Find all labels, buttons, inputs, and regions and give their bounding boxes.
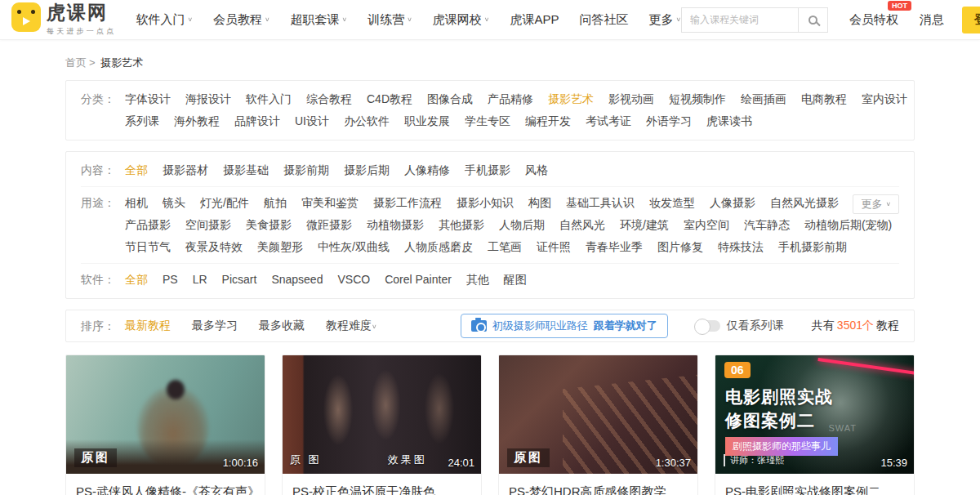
- nav-item[interactable]: 软件入门∨: [136, 12, 193, 28]
- usage-item[interactable]: 基础工具认识: [566, 192, 635, 214]
- course-card[interactable]: 原图 1:30:37 PS-梦幻HDR高质感修图教学: [498, 355, 698, 495]
- category-item[interactable]: 编程开发: [525, 110, 571, 132]
- usage-item[interactable]: 工笔画: [488, 236, 522, 258]
- sort-option[interactable]: 最多收藏 ∨: [259, 319, 305, 333]
- career-path-banner-button[interactable]: 初级摄影师职业路径 跟着学就对了: [461, 314, 668, 338]
- usage-item[interactable]: 摄影工作流程: [373, 192, 442, 214]
- usage-item[interactable]: 其他摄影: [439, 214, 484, 236]
- usage-item[interactable]: 美食摄影: [246, 214, 292, 236]
- software-item[interactable]: VSCO: [337, 269, 370, 291]
- login-register-button[interactable]: 登录 | 注册: [962, 7, 980, 33]
- content-item[interactable]: 手机摄影: [465, 159, 510, 181]
- category-item[interactable]: 图像合成: [427, 88, 473, 110]
- software-item[interactable]: LR: [193, 269, 207, 291]
- category-item[interactable]: 学生专区: [465, 110, 510, 132]
- category-item[interactable]: 职业发展: [404, 110, 450, 132]
- usage-item[interactable]: 动植物后期(宠物): [804, 214, 892, 236]
- course-card[interactable]: 原图 1:00:16 PS-武侠风人像精修-《苍玄有声》: [65, 355, 265, 495]
- software-item[interactable]: Snapseed: [271, 269, 323, 291]
- course-thumbnail[interactable]: 原图 1:00:16: [66, 355, 265, 474]
- nav-item[interactable]: 超职套课∨: [291, 12, 348, 28]
- content-item[interactable]: 风格: [525, 159, 548, 181]
- nav-item[interactable]: 会员教程∨: [213, 12, 270, 28]
- category-item[interactable]: 海外教程: [174, 110, 220, 132]
- usage-item[interactable]: 自然风光摄影: [770, 192, 839, 214]
- sort-option[interactable]: 教程难度 ∨: [326, 319, 377, 333]
- usage-item[interactable]: 美颜塑形: [257, 236, 303, 258]
- course-title[interactable]: PS-校正色温还原干净肤色: [283, 474, 481, 495]
- search-button[interactable]: [798, 8, 827, 32]
- category-item[interactable]: 办公软件: [344, 110, 390, 132]
- usage-item[interactable]: 人物质感磨皮: [404, 236, 473, 258]
- breadcrumb-home[interactable]: 首页: [65, 56, 87, 69]
- usage-item[interactable]: 动植物摄影: [367, 214, 424, 236]
- course-title[interactable]: PS-梦幻HDR高质感修图教学: [499, 474, 697, 495]
- usage-item[interactable]: 人物后期: [499, 214, 545, 236]
- usage-item[interactable]: 航拍: [264, 192, 287, 214]
- usage-item[interactable]: 镜头: [163, 192, 185, 214]
- usage-item[interactable]: 青春毕业季: [586, 236, 643, 258]
- category-item[interactable]: 影视动画: [608, 88, 654, 110]
- course-card[interactable]: 原 图 效果图 24:01 PS-校正色温还原干净肤色: [282, 355, 482, 495]
- content-item[interactable]: 摄影前期: [283, 159, 329, 181]
- usage-item[interactable]: 相机: [125, 192, 148, 214]
- category-item[interactable]: 摄影艺术: [548, 88, 594, 110]
- content-item[interactable]: 摄影后期: [344, 159, 390, 181]
- usage-item[interactable]: 图片修复: [657, 236, 703, 258]
- category-item[interactable]: 字体设计: [125, 88, 171, 110]
- usage-item[interactable]: 特殊技法: [718, 236, 764, 258]
- course-title[interactable]: PS-电影剧照实战修图案例二: [715, 474, 914, 495]
- usage-item[interactable]: 审美和鉴赏: [301, 192, 359, 214]
- usage-item[interactable]: 微距摄影: [306, 214, 352, 236]
- category-item[interactable]: 软件入门: [246, 88, 292, 110]
- course-card[interactable]: 06 电影剧照实战 修图案例二 剧照摄影师的那些事儿 SWAT 讲师：张瑾熙 1…: [715, 355, 915, 495]
- usage-item[interactable]: 产品摄影: [125, 214, 171, 236]
- content-item[interactable]: 全部: [125, 159, 148, 181]
- category-item[interactable]: 电商教程: [801, 88, 847, 110]
- usage-more-button[interactable]: 更多∨: [853, 194, 899, 214]
- usage-item[interactable]: 人像摄影: [710, 192, 755, 214]
- usage-item[interactable]: 环境/建筑: [620, 214, 669, 236]
- usage-item[interactable]: 节日节气: [125, 236, 171, 258]
- category-item[interactable]: 绘画插画: [741, 88, 786, 110]
- nav-item[interactable]: 虎课网校∨: [433, 12, 490, 28]
- category-item[interactable]: 外语学习: [646, 110, 692, 132]
- usage-item[interactable]: 摄影小知识: [457, 192, 514, 214]
- course-thumbnail[interactable]: 原图 1:30:37: [499, 355, 697, 474]
- category-item[interactable]: 短视频制作: [669, 88, 726, 110]
- usage-item[interactable]: 证件照: [537, 236, 571, 258]
- site-logo[interactable]: 虎课网 每天进步一点点: [11, 2, 116, 36]
- category-item[interactable]: 虎课读书: [706, 110, 752, 132]
- nav-item[interactable]: 虎课APP∨: [510, 12, 559, 28]
- course-title[interactable]: PS-武侠风人像精修-《苍玄有声》: [66, 474, 265, 495]
- vip-privilege-link[interactable]: 会员特权 HOT: [849, 12, 898, 28]
- usage-item[interactable]: 自然风光: [559, 214, 605, 236]
- usage-item[interactable]: 空间摄影: [185, 214, 231, 236]
- category-item[interactable]: 品牌设计: [234, 110, 280, 132]
- nav-item[interactable]: 更多∨: [648, 12, 681, 28]
- usage-item[interactable]: 灯光/配件: [200, 192, 249, 214]
- category-item[interactable]: 海报设计: [185, 88, 231, 110]
- sort-option[interactable]: 最新教程 ∨: [125, 319, 171, 333]
- messages-link[interactable]: 消息: [920, 12, 944, 28]
- category-item[interactable]: 室内设计: [862, 88, 907, 110]
- series-only-toggle[interactable]: [696, 320, 720, 332]
- software-item[interactable]: 其他: [466, 269, 489, 291]
- usage-item[interactable]: 妆发造型: [649, 192, 695, 214]
- usage-item[interactable]: 汽车静态: [744, 214, 790, 236]
- sort-option[interactable]: 最多学习 ∨: [192, 319, 238, 333]
- software-item[interactable]: Picsart: [222, 269, 257, 291]
- course-thumbnail[interactable]: 06 电影剧照实战 修图案例二 剧照摄影师的那些事儿 SWAT 讲师：张瑾熙 1…: [715, 355, 914, 474]
- nav-item[interactable]: 问答社区∨: [579, 12, 628, 28]
- content-item[interactable]: 摄影器材: [163, 159, 208, 181]
- course-thumbnail[interactable]: 原 图 效果图 24:01: [283, 355, 481, 474]
- nav-item[interactable]: 训练营∨: [368, 12, 412, 28]
- usage-item[interactable]: 手机摄影前期: [778, 236, 847, 258]
- category-item[interactable]: C4D教程: [367, 88, 412, 110]
- usage-item[interactable]: 构图: [528, 192, 551, 214]
- software-item[interactable]: 全部: [125, 269, 148, 291]
- usage-item[interactable]: 室内空间: [684, 214, 729, 236]
- usage-item[interactable]: 夜景及特效: [185, 236, 243, 258]
- category-item[interactable]: 系列课: [125, 110, 159, 132]
- content-item[interactable]: 摄影基础: [223, 159, 269, 181]
